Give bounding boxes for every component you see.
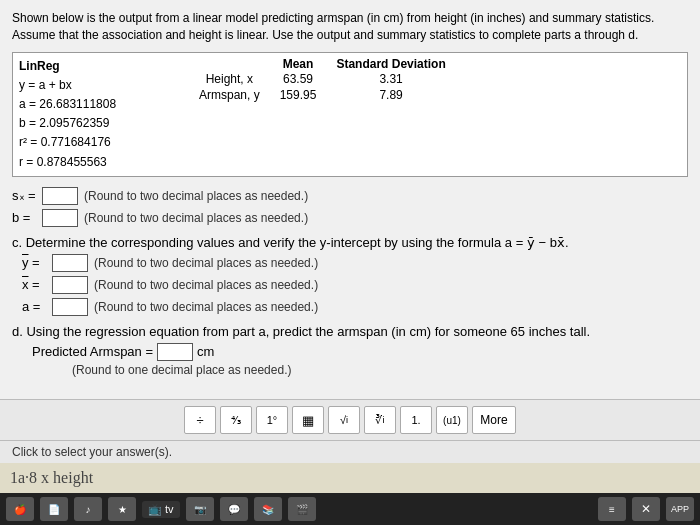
main-content: Shown below is the output from a linear …: [0, 0, 700, 399]
math-btn-6[interactable]: 1.: [400, 406, 432, 434]
part-d: d. Using the regression equation from pa…: [12, 324, 688, 377]
taskbar-item-music[interactable]: ♪: [74, 497, 102, 521]
math-btn-5[interactable]: ∛i: [364, 406, 396, 434]
predicted-input[interactable]: [157, 343, 193, 361]
taskbar-item-msg[interactable]: 💬: [220, 497, 248, 521]
linreg-output: LinReg y = a + bx a = 26.683111808 b = 2…: [19, 57, 169, 172]
taskbar-item-cam[interactable]: 📷: [186, 497, 214, 521]
xbar-label: x =: [22, 277, 52, 292]
taskbar-item-app[interactable]: APP: [666, 497, 694, 521]
row-label-1: Armspan, y: [189, 87, 270, 103]
b-hint: (Round to two decimal places as needed.): [84, 211, 308, 225]
xbar-hint: (Round to two decimal places as needed.): [94, 278, 318, 292]
predicted-label: Predicted Armspan =: [32, 344, 153, 359]
ybar-input[interactable]: [52, 254, 88, 272]
handwriting-area: 1a·8 x height: [0, 463, 700, 493]
math-btn-7[interactable]: (u1): [436, 406, 468, 434]
taskbar-item-video[interactable]: 🎬: [288, 497, 316, 521]
xbar-input[interactable]: [52, 276, 88, 294]
col-label: [189, 57, 270, 71]
click-select-footer: Click to select your answer(s).: [0, 440, 700, 463]
b-label: b =: [12, 210, 42, 225]
part-c-label: c. Determine the corresponding values an…: [12, 235, 688, 250]
math-toolbar: ÷ ⁴⁄₃ 1° ▦ √i ∛i 1. (u1) More: [0, 399, 700, 440]
linreg-title: LinReg: [19, 57, 169, 76]
taskbar-item-wifi[interactable]: ≡: [598, 497, 626, 521]
taskbar-tv-button[interactable]: 📺 tv: [142, 501, 180, 518]
linreg-line-2: b = 2.095762359: [19, 114, 169, 133]
more-button[interactable]: More: [472, 406, 516, 434]
col-mean: Mean: [270, 57, 327, 71]
linreg-line-0: y = a + bx: [19, 76, 169, 95]
row-mean-1: 159.95: [270, 87, 327, 103]
a-row: a = (Round to two decimal places as need…: [22, 298, 688, 316]
a-input[interactable]: [52, 298, 88, 316]
ybar-hint: (Round to two decimal places as needed.): [94, 256, 318, 270]
predicted-row: Predicted Armspan = cm: [32, 343, 688, 361]
math-btn-0[interactable]: ÷: [184, 406, 216, 434]
math-btn-3[interactable]: ▦: [292, 406, 324, 434]
row-sd-1: 7.89: [326, 87, 455, 103]
row-mean-0: 63.59: [270, 71, 327, 87]
a-hint: (Round to two decimal places as needed.): [94, 300, 318, 314]
col-sd: Standard Deviation: [326, 57, 455, 71]
taskbar: 🍎 📄 ♪ ★ 📺 tv 📷 💬 📚 🎬 ≡ ✕ APP: [0, 493, 700, 525]
row-sd-0: 3.31: [326, 71, 455, 87]
table-row: Height, x 63.59 3.31: [189, 71, 456, 87]
math-btn-2[interactable]: 1°: [256, 406, 288, 434]
ybar-label: y =: [22, 255, 52, 270]
taskbar-item-book[interactable]: 📚: [254, 497, 282, 521]
b-input[interactable]: [42, 209, 78, 227]
sx-hint: (Round to two decimal places as needed.): [84, 189, 308, 203]
intro-text: Shown below is the output from a linear …: [12, 10, 688, 44]
math-btn-4[interactable]: √i: [328, 406, 360, 434]
taskbar-item-star[interactable]: ★: [108, 497, 136, 521]
table-row: Armspan, y 159.95 7.89: [189, 87, 456, 103]
xbar-row: x = (Round to two decimal places as need…: [22, 276, 688, 294]
sx-row: sₓ = (Round to two decimal places as nee…: [12, 187, 688, 205]
a-label: a =: [22, 299, 52, 314]
sx-label: sₓ =: [12, 188, 42, 203]
taskbar-item-1[interactable]: 📄: [40, 497, 68, 521]
sx-input[interactable]: [42, 187, 78, 205]
predicted-hint: (Round to one decimal place as needed.): [72, 363, 688, 377]
math-btn-1[interactable]: ⁴⁄₃: [220, 406, 252, 434]
linreg-line-1: a = 26.683111808: [19, 95, 169, 114]
predicted-unit: cm: [197, 344, 214, 359]
linreg-line-4: r = 0.878455563: [19, 153, 169, 172]
ybar-row: y = (Round to two decimal places as need…: [22, 254, 688, 272]
linreg-box: LinReg y = a + bx a = 26.683111808 b = 2…: [12, 52, 688, 177]
b-row: b = (Round to two decimal places as need…: [12, 209, 688, 227]
taskbar-item-x[interactable]: ✕: [632, 497, 660, 521]
part-c-rows: y = (Round to two decimal places as need…: [22, 254, 688, 316]
part-d-label: d. Using the regression equation from pa…: [12, 324, 688, 339]
stats-table-container: Mean Standard Deviation Height, x 63.59 …: [189, 57, 456, 172]
stats-table: Mean Standard Deviation Height, x 63.59 …: [189, 57, 456, 103]
row-label-0: Height, x: [189, 71, 270, 87]
taskbar-item-0[interactable]: 🍎: [6, 497, 34, 521]
linreg-line-3: r² = 0.771684176: [19, 133, 169, 152]
